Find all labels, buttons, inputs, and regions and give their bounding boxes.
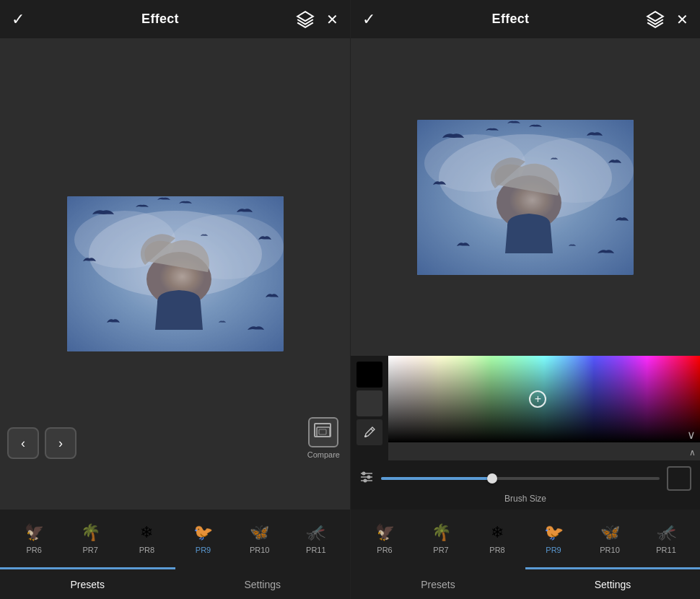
right-preset-pr8-icon: ❄	[484, 523, 510, 543]
preset-pr6-label: PR6	[26, 546, 41, 554]
swatch-dark-gray[interactable]	[356, 390, 382, 416]
color-picker-area: ∨ ∧	[351, 356, 700, 460]
right-bottom-tabs: Presets Settings	[351, 567, 700, 599]
right-preset-pr9[interactable]: 🐦 PR9	[532, 523, 575, 554]
preset-pr10-icon: 🦋	[247, 523, 273, 543]
brush-size-area: Brush Size	[351, 460, 700, 510]
right-layers-button[interactable]	[646, 10, 665, 29]
right-header-left: ✓	[362, 12, 375, 27]
preset-pr10[interactable]: 🦋 PR10	[238, 523, 281, 554]
left-bottom-tabs: Presets Settings	[0, 567, 350, 599]
color-crosshair	[529, 390, 546, 408]
right-tab-settings[interactable]: Settings	[525, 567, 700, 599]
svg-marker-0	[297, 12, 313, 21]
right-preset-pr7-icon: 🌴	[428, 523, 454, 543]
right-preset-pr6-label: PR6	[377, 546, 392, 554]
svg-point-23	[364, 479, 367, 483]
prev-button[interactable]: ‹	[7, 427, 39, 459]
svg-point-22	[367, 476, 371, 479]
right-preset-pr11[interactable]: 🦟 PR11	[644, 523, 688, 554]
right-header: ✓ Effect ✕	[351, 0, 700, 38]
right-preset-pr10-label: PR10	[600, 546, 620, 554]
right-panel: ✓ Effect ✕	[350, 0, 700, 599]
preset-pr8-label: PR8	[139, 546, 154, 554]
preset-pr7-label: PR7	[83, 546, 98, 554]
preset-pr9-icon: 🐦	[191, 523, 216, 543]
right-preset-pr6[interactable]: 🦅 PR6	[363, 523, 406, 554]
chevron-down-icon[interactable]: ∨	[687, 428, 696, 442]
left-photo-canvas	[67, 196, 284, 351]
left-photo	[67, 196, 284, 351]
left-presets-bar: 🦅 PR6 🌴 PR7 ❄ PR8 🐦 PR9 🦋 PR10 🦟 PR11	[0, 510, 350, 567]
left-header-right: ✕	[296, 10, 338, 29]
svg-point-17	[364, 435, 367, 437]
next-button[interactable]: ›	[45, 427, 76, 459]
right-preset-pr9-icon: 🐦	[541, 523, 566, 543]
right-photo-svg	[417, 120, 634, 275]
svg-marker-9	[647, 12, 663, 21]
svg-point-21	[362, 472, 366, 476]
brush-size-track[interactable]	[381, 477, 660, 480]
eyedropper-button[interactable]	[356, 419, 382, 445]
left-header-left: ✓	[12, 12, 25, 27]
left-tab-settings[interactable]: Settings	[175, 567, 351, 599]
right-preset-pr6-icon: 🦅	[372, 523, 398, 543]
sliders-icon	[359, 470, 374, 487]
left-image-area: ‹ › Compare	[0, 38, 350, 510]
compare-label: Compare	[307, 450, 340, 459]
right-check-button[interactable]: ✓	[362, 12, 375, 27]
right-preset-pr10-icon: 🦋	[597, 523, 623, 543]
preset-pr11-icon: 🦟	[303, 523, 329, 543]
left-panel: ✓ Effect ✕	[0, 0, 350, 599]
preset-pr7[interactable]: 🌴 PR7	[69, 523, 112, 554]
left-tab-presets[interactable]: Presets	[0, 567, 175, 599]
preset-pr6[interactable]: 🦅 PR6	[12, 523, 56, 554]
preset-pr10-label: PR10	[250, 546, 270, 554]
preset-pr8-icon: ❄	[134, 523, 159, 543]
right-preset-pr10[interactable]: 🦋 PR10	[588, 523, 631, 554]
preset-pr9-label: PR9	[196, 546, 211, 554]
color-gradient[interactable]: ∨ ∧	[388, 356, 700, 460]
swatch-black[interactable]	[356, 362, 382, 388]
color-swatches	[351, 356, 388, 460]
preset-pr6-icon: 🦅	[21, 523, 47, 543]
right-preset-pr8[interactable]: ❄ PR8	[476, 523, 519, 554]
right-image-area	[351, 38, 700, 356]
right-header-title: Effect	[492, 12, 530, 27]
left-photo-svg	[67, 196, 284, 351]
right-photo-canvas	[417, 120, 634, 275]
right-header-right: ✕	[646, 10, 688, 29]
left-layers-button[interactable]	[296, 10, 315, 29]
brush-size-slider-row	[359, 466, 691, 491]
left-header: ✓ Effect ✕	[0, 0, 350, 38]
preset-pr7-icon: 🌴	[77, 523, 103, 543]
left-close-button[interactable]: ✕	[326, 12, 338, 27]
svg-line-16	[371, 429, 373, 431]
right-close-button[interactable]: ✕	[676, 12, 688, 27]
chevron-up-icon[interactable]: ∧	[689, 447, 696, 458]
preset-pr8[interactable]: ❄ PR8	[125, 523, 168, 554]
svg-rect-8	[319, 429, 326, 434]
right-preset-pr11-label: PR11	[656, 546, 676, 554]
right-preset-pr11-icon: 🦟	[653, 523, 679, 543]
preset-pr11[interactable]: 🦟 PR11	[294, 523, 338, 554]
brush-size-label: Brush Size	[504, 494, 546, 504]
svg-rect-7	[317, 427, 330, 437]
left-check-button[interactable]: ✓	[12, 12, 25, 27]
left-header-title: Effect	[141, 12, 179, 27]
compare-button-area[interactable]: Compare	[307, 417, 340, 459]
right-preset-pr7-label: PR7	[433, 546, 448, 554]
right-preset-pr8-label: PR8	[489, 546, 504, 554]
right-tab-presets[interactable]: Presets	[351, 567, 525, 599]
right-presets-bar: 🦅 PR6 🌴 PR7 ❄ PR8 🐦 PR9 🦋 PR10 🦟 PR11	[351, 510, 700, 567]
right-preset-pr7[interactable]: 🌴 PR7	[419, 523, 463, 554]
preset-pr9[interactable]: 🐦 PR9	[182, 523, 225, 554]
left-nav-arrows: ‹ ›	[7, 427, 76, 459]
brush-color-swatch[interactable]	[667, 466, 691, 491]
preset-pr11-label: PR11	[306, 546, 326, 554]
right-photo	[417, 120, 634, 275]
compare-icon	[308, 417, 338, 447]
right-preset-pr9-label: PR9	[546, 546, 561, 554]
